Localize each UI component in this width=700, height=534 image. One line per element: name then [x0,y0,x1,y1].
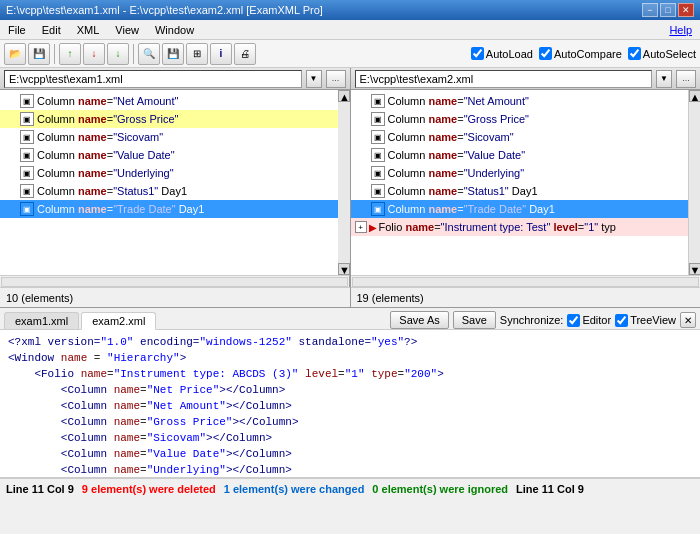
minimize-button[interactable]: − [642,3,658,17]
autocompare-checkbox-label[interactable]: AutoCompare [539,47,622,60]
left-path-dropdown[interactable]: ▼ [306,70,322,88]
treeview-checkbox-label[interactable]: TreeView [615,314,676,327]
code-line-4: <Column name="Net Price"></Column> [8,382,692,398]
left-row3-icon: ▣ [20,130,34,144]
ignored-status: 0 element(s) were ignored [372,483,508,495]
right-row8-expand[interactable]: + [355,221,367,233]
tabs-area: exam1.xml exam2.xml Save As Save Synchro… [0,308,700,330]
menu-xml[interactable]: XML [73,23,104,37]
autoselect-checkbox[interactable] [628,47,641,60]
menu-window[interactable]: Window [151,23,198,37]
code-line-8: <Column name="Value Date"></Column> [8,446,692,462]
left-scrollbar[interactable]: ▲ ▼ [338,90,350,275]
editor-checkbox[interactable] [567,314,580,327]
menu-view[interactable]: View [111,23,143,37]
left-row5-icon: ▣ [20,166,34,180]
left-tree-row-2[interactable]: ▣ Column name="Gross Price" [0,110,338,128]
tb-up-button[interactable]: ↑ [59,43,81,65]
right-hscroll[interactable] [351,275,701,287]
left-tree-row-1[interactable]: ▣ Column name="Net Amount" [0,92,338,110]
right-scrollbar[interactable]: ▲ ▼ [688,90,700,275]
tb-save-button[interactable]: 💾 [28,43,50,65]
save-as-button[interactable]: Save As [390,311,448,329]
tb-save2-button[interactable]: 💾 [162,43,184,65]
right-path-input[interactable] [355,70,653,88]
left-tree-row-4[interactable]: ▣ Column name="Value Date" [0,146,338,164]
right-tree-row-2[interactable]: ▣ Column name="Gross Price" [351,110,689,128]
save-button[interactable]: Save [453,311,496,329]
left-panel: ▼ … ▣ Column name="Net Amount" ▣ Column … [0,68,351,307]
tb-separator-2 [133,44,134,64]
tb-separator-1 [54,44,55,64]
menu-bar: File Edit XML View Window Help [0,20,700,40]
tab-actions: Save As Save Synchronize: Editor TreeVie… [390,311,696,329]
sync-label: Synchronize: [500,314,564,326]
right-browse-button[interactable]: … [676,70,696,88]
tb-grid-button[interactable]: ⊞ [186,43,208,65]
changed-status: 1 element(s) were changed [224,483,365,495]
tab-exam1[interactable]: exam1.xml [4,312,79,329]
left-tree-row-3[interactable]: ▣ Column name="Sicovam" [0,128,338,146]
menu-file[interactable]: File [4,23,30,37]
code-area[interactable]: <?xml version="1.0" encoding="windows-12… [0,330,700,478]
left-path-input[interactable] [4,70,302,88]
autocompare-checkbox[interactable] [539,47,552,60]
left-browse-button[interactable]: … [326,70,346,88]
menu-edit[interactable]: Edit [38,23,65,37]
tb-find-button[interactable]: 🔍 [138,43,160,65]
autoload-checkbox-label[interactable]: AutoLoad [471,47,533,60]
tab-close-button[interactable]: ✕ [680,312,696,328]
left-position: Line 11 Col 9 [6,483,74,495]
autoload-checkbox[interactable] [471,47,484,60]
right-row4-icon: ▣ [371,148,385,162]
title-bar: E:\vcpp\test\exam1.xml - E:\vcpp\test\ex… [0,0,700,20]
code-line-5: <Column name="Net Amount"></Column> [8,398,692,414]
tab-exam2[interactable]: exam2.xml [81,312,156,330]
right-row5-icon: ▣ [371,166,385,180]
main-area: ▼ … ▣ Column name="Net Amount" ▣ Column … [0,68,700,308]
right-tree: ▣ Column name="Net Amount" ▣ Column name… [351,90,689,275]
left-tree-row-6[interactable]: ▣ Column name="Status1" Day1 [0,182,338,200]
left-status: 10 (elements) [0,287,350,307]
code-line-2: <Window name = "Hierarchy"> [8,350,692,366]
left-row1-icon: ▣ [20,94,34,108]
left-panel-with-scroll: ▣ Column name="Net Amount" ▣ Column name… [0,90,350,275]
maximize-button[interactable]: □ [660,3,676,17]
status-bar: Line 11 Col 9 9 element(s) were deleted … [0,478,700,498]
right-tree-row-8[interactable]: + ▶ Folio name="Instrument type: Test" l… [351,218,689,236]
tb-down-green-button[interactable]: ↓ [107,43,129,65]
left-tree-row-7[interactable]: ▣ Column name="Trade Date" Day1 [0,200,338,218]
right-path-dropdown[interactable]: ▼ [656,70,672,88]
right-tree-row-4[interactable]: ▣ Column name="Value Date" [351,146,689,164]
left-hscroll[interactable] [0,275,350,287]
right-tree-row-3[interactable]: ▣ Column name="Sicovam" [351,128,689,146]
treeview-checkbox[interactable] [615,314,628,327]
toolbar: 📂 💾 ↑ ↓ ↓ 🔍 💾 ⊞ i 🖨 AutoLoad AutoCompare… [0,40,700,68]
code-line-9: <Column name="Underlying"></Column> [8,462,692,478]
right-status: 19 (elements) [351,287,701,307]
title-controls: − □ ✕ [642,3,694,17]
help-link[interactable]: Help [669,24,696,36]
right-tree-row-6[interactable]: ▣ Column name="Status1" Day1 [351,182,689,200]
right-panel-with-scroll: ▣ Column name="Net Amount" ▣ Column name… [351,90,701,275]
right-tree-row-7[interactable]: ▣ Column name="Trade Date" Day1 [351,200,689,218]
tb-print-button[interactable]: 🖨 [234,43,256,65]
right-row1-icon: ▣ [371,94,385,108]
code-line-1: <?xml version="1.0" encoding="windows-12… [8,334,692,350]
left-tree: ▣ Column name="Net Amount" ▣ Column name… [0,90,338,275]
code-line-7: <Column name="Sicovam"></Column> [8,430,692,446]
menu-items: File Edit XML View Window [4,23,198,37]
right-tree-row-5[interactable]: ▣ Column name="Underlying" [351,164,689,182]
code-line-3: <Folio name="Instrument type: ABCDS (3)"… [8,366,692,382]
title-text: E:\vcpp\test\exam1.xml - E:\vcpp\test\ex… [6,4,323,16]
deleted-status: 9 element(s) were deleted [82,483,216,495]
autoselect-checkbox-label[interactable]: AutoSelect [628,47,696,60]
tb-open-button[interactable]: 📂 [4,43,26,65]
close-button[interactable]: ✕ [678,3,694,17]
right-tree-row-1[interactable]: ▣ Column name="Net Amount" [351,92,689,110]
tb-down-red-button[interactable]: ↓ [83,43,105,65]
editor-checkbox-label[interactable]: Editor [567,314,611,327]
left-row2-icon: ▣ [20,112,34,126]
tb-info-button[interactable]: i [210,43,232,65]
left-tree-row-5[interactable]: ▣ Column name="Underlying" [0,164,338,182]
